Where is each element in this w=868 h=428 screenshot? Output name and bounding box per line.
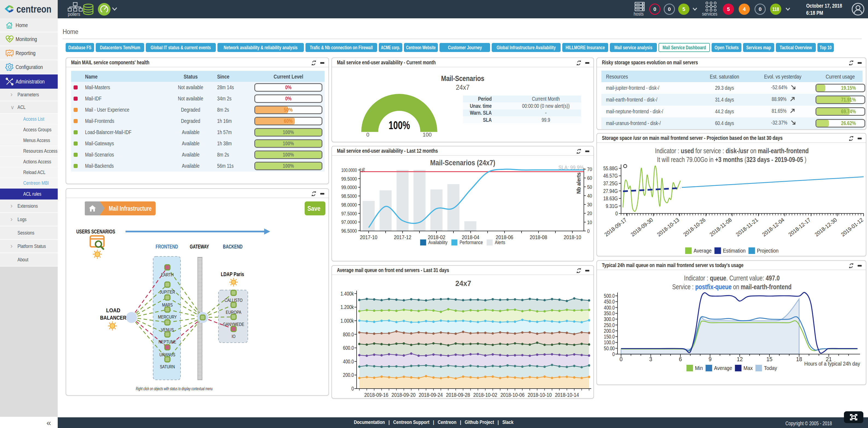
svg-text:800.0: 800.0 (343, 332, 354, 337)
svg-text:-: - (545, 110, 547, 116)
svg-text:100.0: 100.0 (604, 339, 615, 345)
svg-text:Average: Average (714, 365, 732, 371)
svg-text:400.0: 400.0 (604, 305, 615, 311)
svg-text:2018-10-26: 2018-10-26 (682, 217, 707, 237)
svg-text:SATURN: SATURN (160, 364, 175, 369)
svg-text:1.200k: 1.200k (340, 304, 354, 310)
svg-text:0: 0 (620, 356, 623, 363)
svg-text:97.5000: 97.5000 (341, 211, 357, 217)
svg-text:Nb alerts: Nb alerts (576, 172, 582, 194)
svg-text:disk-/usr: disk-/usr (725, 147, 748, 155)
svg-text:50: 50 (587, 184, 592, 190)
svg-text:99.5000: 99.5000 (341, 176, 357, 182)
svg-text:LDAP Paris: LDAP Paris (221, 271, 244, 277)
svg-text:Right click on objects with st: Right click on objects with status to di… (136, 386, 213, 391)
svg-text:2018-10-14: 2018-10-14 (555, 392, 579, 398)
svg-text:46.57G: 46.57G (603, 173, 618, 179)
svg-text:USERS SCENARIOS: USERS SCENARIOS (76, 229, 115, 234)
svg-text:queue: queue (710, 274, 726, 282)
svg-text:2018-12-17: 2018-12-17 (787, 217, 812, 237)
svg-text:Hours of a typical 24h day: Hours of a typical 24h day (804, 361, 860, 367)
svg-text:on: on (732, 283, 741, 291)
svg-text:Mail-Scenarios: Mail-Scenarios (441, 75, 484, 83)
svg-text:2018-09-30: 2018-09-30 (629, 217, 654, 237)
svg-text:200.0: 200.0 (343, 372, 354, 378)
svg-text:50.00: 50.00 (604, 345, 615, 351)
svg-text:150.0: 150.0 (604, 334, 615, 340)
svg-text:300.0: 300.0 (604, 316, 615, 322)
svg-text:Warn. SLA: Warn. SLA (470, 110, 492, 116)
svg-text:(: ( (743, 155, 746, 164)
svg-text:96.5000: 96.5000 (341, 228, 357, 234)
svg-text:BACKEND: BACKEND (223, 244, 243, 250)
svg-text:mail-earth-frontend: mail-earth-frontend (741, 283, 792, 291)
svg-text:on: on (749, 147, 758, 155)
svg-text:2018-11-08: 2018-11-08 (709, 217, 733, 237)
svg-text:IO: IO (231, 334, 236, 339)
svg-text:2018-09-24: 2018-09-24 (419, 392, 443, 398)
svg-text:18.63G: 18.63G (603, 195, 618, 201)
svg-text:EARTH: EARTH (161, 272, 174, 278)
svg-text:2018-11-21: 2018-11-21 (735, 217, 759, 237)
svg-text:0: 0 (612, 351, 615, 357)
svg-text:24x7: 24x7 (455, 279, 471, 288)
svg-text:Availability: Availability (428, 239, 447, 245)
svg-text:MERCURY: MERCURY (158, 314, 177, 320)
svg-text:Current Month: Current Month (532, 96, 560, 102)
svg-text:Max: Max (743, 365, 753, 371)
svg-text:60: 60 (587, 175, 592, 181)
svg-text:2017-12: 2017-12 (394, 234, 411, 240)
svg-text:Indicator :: Indicator : (655, 147, 681, 155)
svg-text:NEPTUNE: NEPTUNE (159, 339, 176, 345)
svg-text:GATEWAY: GATEWAY (190, 244, 209, 250)
svg-text:15: 15 (767, 356, 773, 363)
svg-text:2018-09-20: 2018-09-20 (392, 392, 416, 398)
svg-text:2018-10-02: 2018-10-02 (473, 392, 497, 398)
svg-text:for service :: for service : (694, 147, 725, 155)
svg-text:24x7: 24x7 (456, 83, 470, 91)
svg-text:2018-12-30: 2018-12-30 (813, 217, 838, 237)
svg-text:JUPITER: JUPITER (160, 289, 175, 295)
svg-text:+3 months: +3 months (715, 155, 743, 164)
svg-text:97.0000: 97.0000 (341, 219, 357, 225)
svg-text:0: 0 (615, 210, 618, 217)
svg-text:9.31G: 9.31G (606, 203, 618, 209)
svg-text:400.0: 400.0 (343, 359, 354, 365)
svg-text:Unav. time: Unav. time (470, 103, 492, 109)
svg-text:2018-10-13: 2018-10-13 (656, 217, 680, 237)
svg-text:Service :: Service : (672, 283, 695, 291)
svg-text:200.0: 200.0 (604, 328, 615, 334)
svg-text:10: 10 (587, 220, 592, 225)
svg-text:0: 0 (587, 228, 590, 234)
svg-text:mail-earth-frontend: mail-earth-frontend (758, 147, 809, 155)
svg-text:FRONTEND: FRONTEND (156, 244, 178, 250)
svg-text:2018-09-17: 2018-09-17 (603, 217, 628, 237)
svg-text:2018-09-28: 2018-09-28 (446, 392, 470, 398)
svg-text:2018-10-06: 2018-10-06 (500, 392, 525, 398)
svg-text:0: 0 (351, 386, 354, 392)
svg-text:99.0000: 99.0000 (341, 184, 357, 190)
svg-text:98.0000: 98.0000 (341, 202, 357, 208)
svg-text:2018-08: 2018-08 (530, 234, 547, 240)
svg-text:1.000k: 1.000k (340, 318, 354, 324)
svg-text:2018-12-04: 2018-12-04 (761, 217, 785, 237)
svg-text:Min: Min (695, 365, 703, 371)
svg-text:00:00:00 (0 new alert(s)): 00:00:00 (0 new alert(s)) (522, 103, 570, 109)
svg-text:30: 30 (587, 202, 592, 207)
svg-text:Alerts: Alerts (495, 239, 505, 245)
svg-text:27.94G: 27.94G (603, 188, 618, 194)
svg-text:0: 0 (367, 132, 369, 138)
svg-text:Performance: Performance (460, 239, 483, 245)
svg-text:98.5000: 98.5000 (341, 193, 357, 199)
svg-text:): ) (803, 155, 806, 164)
svg-text:LOAD: LOAD (106, 307, 120, 313)
svg-text:99.9: 99.9 (542, 117, 550, 123)
svg-text:323 days - 2019-09-05: 323 days - 2019-09-05 (746, 155, 803, 164)
svg-text:20: 20 (587, 210, 592, 216)
svg-text:600.0: 600.0 (343, 345, 354, 351)
svg-text:100: 100 (423, 132, 432, 138)
svg-text:. Current value:: . Current value: (726, 274, 766, 282)
svg-text:3: 3 (649, 356, 652, 363)
svg-text:37.25G: 37.25G (603, 180, 618, 187)
svg-text:350.0: 350.0 (604, 310, 615, 316)
